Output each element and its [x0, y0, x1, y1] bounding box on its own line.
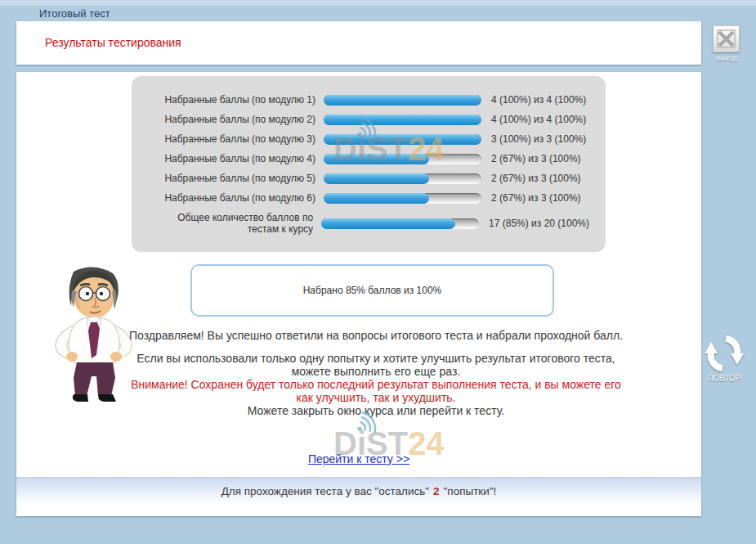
result-row: Набранные баллы (по модулю 5) 2 (67%) из… [148, 169, 589, 188]
attempts-text-suffix: "попытки"! [444, 485, 497, 497]
result-row-value: 2 (67%) из 3 (100%) [491, 192, 581, 204]
result-row: Набранные баллы (по модулю 4) 2 (67%) из… [148, 149, 589, 169]
progress-bar-track [324, 95, 481, 106]
progress-bar-fill [324, 173, 429, 184]
warning-text: Внимание! Сохранен будет только последни… [123, 378, 629, 404]
page-title: Результаты тестирования [45, 36, 181, 49]
progress-bar-fill [324, 95, 481, 106]
goto-test-link-wrap: Перейти к тесту >> [16, 452, 701, 466]
result-row-label: Набранные баллы (по модулю 5) [148, 173, 315, 184]
score-summary-box: Набрано 85% баллов из 100% [190, 264, 554, 317]
top-strip [0, 0, 756, 6]
result-row-value: 4 (100%) из 4 (100%) [491, 114, 586, 125]
result-row: Набранные баллы (по модулю 1) 4 (100%) и… [148, 90, 589, 110]
exit-button[interactable] [713, 25, 740, 52]
retry-info-text: Если вы использовали только одну попытку… [123, 352, 629, 378]
repeat-button-label[interactable]: ПОВТОР [700, 374, 749, 383]
progress-bar-track [324, 154, 481, 164]
result-row: Общее количество баллов по тестам к курс… [148, 212, 589, 235]
result-row-value: 2 (67%) из 3 (100%) [491, 153, 581, 164]
result-row-value: 2 (67%) из 3 (100%) [491, 173, 581, 184]
header-box: Результаты тестирования [16, 21, 701, 65]
progress-bar-track [324, 134, 481, 145]
progress-bar-track [324, 193, 481, 204]
result-row-value: 3 (100%) из 3 (100%) [491, 133, 586, 145]
result-row-label: Общее количество баллов по тестам к курс… [148, 212, 313, 235]
result-row-value: 17 (85%) из 20 (100%) [489, 218, 589, 229]
result-row: Набранные баллы (по модулю 2) 4 (100%) и… [148, 110, 589, 129]
progress-bar-fill [321, 218, 455, 229]
main-content: Набранные баллы (по модулю 1) 4 (100%) и… [16, 72, 701, 516]
congrats-text: Поздравляем! Вы успешно ответили на вопр… [123, 329, 629, 342]
result-row: Набранные баллы (по модулю 3) 3 (100%) и… [148, 129, 589, 149]
attempts-text-prefix: Для прохождения теста у вас "остались" [221, 485, 429, 497]
result-row-label: Набранные баллы (по модулю 6) [148, 192, 315, 204]
progress-bar-fill [324, 154, 429, 164]
progress-bar-fill [324, 193, 429, 204]
progress-bar-track [324, 173, 481, 184]
progress-bar-fill [324, 134, 481, 145]
test-results-screen: Итоговый тест Результаты тестирования вы… [0, 0, 756, 544]
result-row-label: Набранные баллы (по модулю 4) [148, 153, 315, 164]
goto-test-link[interactable]: Перейти к тесту >> [308, 452, 409, 465]
result-row-label: Набранные баллы (по модулю 2) [148, 114, 315, 125]
progress-bar-track [324, 115, 481, 125]
result-messages: Поздравляем! Вы успешно ответили на вопр… [123, 329, 629, 417]
close-info-text: Можете закрыть окно курса или перейти к … [123, 404, 629, 417]
exit-button-label[interactable]: выход [703, 54, 750, 62]
results-panel: Набранные баллы (по модулю 1) 4 (100%) и… [132, 76, 606, 252]
progress-bar-track [321, 218, 479, 229]
result-row-label: Набранные баллы (по модулю 3) [148, 133, 315, 145]
result-row-label: Набранные баллы (по модулю 1) [148, 94, 315, 106]
attempts-count: 2 [433, 485, 440, 497]
close-icon [717, 29, 736, 48]
result-row-value: 4 (100%) из 4 (100%) [491, 94, 586, 106]
attempts-bar: Для прохождения теста у вас "остались" 2… [16, 477, 701, 505]
progress-bar-fill [324, 115, 481, 125]
results-rows: Набранные баллы (по модулю 1) 4 (100%) и… [148, 90, 589, 235]
result-row: Набранные баллы (по модулю 6) 2 (67%) из… [148, 188, 589, 208]
score-summary-text: Набрано 85% баллов из 100% [303, 285, 442, 296]
repeat-icon[interactable] [705, 334, 744, 373]
window-title: Итоговый тест [39, 7, 110, 20]
